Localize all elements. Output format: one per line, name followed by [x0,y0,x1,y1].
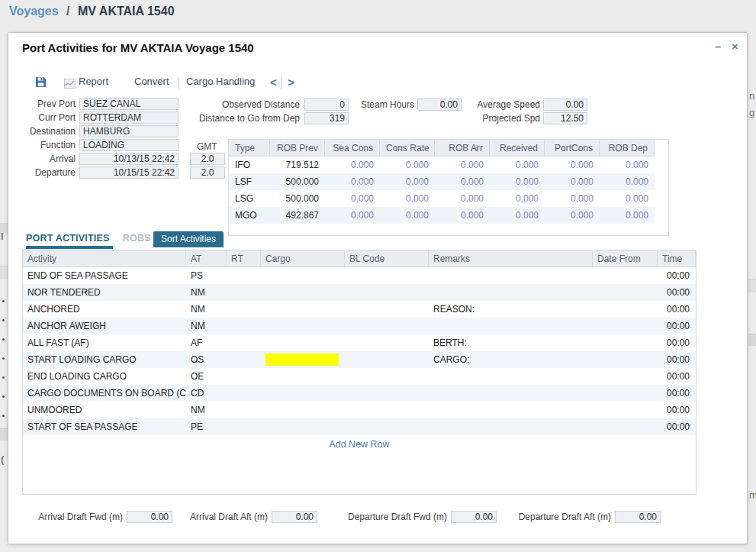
rob-value-cell[interactable]: 0.000 [380,157,435,173]
observed-distance-field[interactable]: 0 [304,98,349,111]
rob-value-cell[interactable]: 0.000 [380,173,435,190]
bl-code-cell[interactable] [345,385,429,402]
rob-value-cell[interactable]: 0.000 [435,190,490,207]
remarks-cell[interactable] [429,385,593,402]
date-from-cell[interactable] [593,301,658,318]
departure-field[interactable]: 10/15/15 22:42 [79,166,179,179]
rt-cell[interactable] [227,318,261,334]
arrival-gmt-field[interactable]: 2.0 [190,153,225,165]
remarks-cell[interactable] [429,267,593,284]
at-cell[interactable]: PE [186,418,227,435]
at-cell[interactable]: NM [186,301,227,318]
rob-value-cell[interactable]: 0.000 [325,173,380,190]
rt-cell[interactable] [227,402,261,418]
draft-value-field[interactable]: 0.00 [272,511,317,523]
rt-cell[interactable] [227,301,261,318]
curr-port-field[interactable]: ROTTERDAM [79,111,179,124]
cargo-handling-button[interactable]: Cargo Handling [186,76,255,87]
date-from-cell[interactable] [593,385,658,402]
next-port-icon[interactable]: > [288,76,294,89]
rob-value-cell[interactable]: 0.000 [325,207,380,224]
rt-cell[interactable] [227,418,261,435]
date-from-cell[interactable] [593,334,658,351]
rt-cell[interactable] [227,334,261,351]
rt-cell[interactable] [227,351,261,368]
draft-value-field[interactable]: 0.00 [127,511,172,523]
remarks-cell[interactable] [429,418,593,435]
at-cell[interactable]: OE [186,368,227,385]
activity-cell[interactable]: START OF SEA PASSAGE [23,418,186,435]
rt-cell[interactable] [227,267,261,284]
activity-cell[interactable]: END OF SEA PASSAGE [23,267,186,284]
remarks-cell[interactable] [429,318,593,334]
bl-code-cell[interactable] [345,351,429,368]
remarks-cell[interactable]: BERTH: [429,334,593,351]
activity-cell[interactable]: ANCHOR AWEIGH [23,318,186,334]
cargo-cell[interactable] [261,301,345,318]
date-from-cell[interactable] [593,351,658,368]
cargo-cell[interactable] [261,267,345,284]
activity-cell[interactable]: START LOADING CARGO [23,351,186,368]
function-field[interactable]: LOADING [79,139,179,151]
rob-value-cell[interactable]: 0.000 [490,190,545,207]
tab-port-activities[interactable]: PORT ACTIVITIES [26,233,113,249]
at-cell[interactable]: OS [186,351,227,368]
time-cell[interactable]: 00:00 [658,351,696,368]
activity-cell[interactable]: ALL FAST (AF) [23,334,186,351]
at-cell[interactable]: NM [186,402,227,418]
close-icon[interactable]: × [732,40,738,52]
bl-code-cell[interactable] [345,284,429,301]
rob-value-cell[interactable]: 0.000 [380,190,435,207]
rob-value-cell[interactable]: 0.000 [490,157,545,173]
departure-gmt-field[interactable]: 2.0 [190,166,225,179]
remarks-cell[interactable] [429,402,593,418]
date-from-cell[interactable] [593,402,658,418]
destination-field[interactable]: HAMBURG [79,125,179,137]
previous-port-icon[interactable]: < [270,76,277,89]
cargo-cell[interactable] [261,334,345,351]
prev-port-field[interactable]: SUEZ CANAL [79,98,179,110]
tab-robs[interactable]: ROBS [123,233,151,244]
rob-value-cell[interactable]: 0.000 [600,173,655,190]
breadcrumb-voyages-link[interactable]: Voyages [9,5,59,18]
at-cell[interactable]: CD [186,385,227,402]
time-cell[interactable]: 00:00 [658,301,696,318]
time-cell[interactable]: 00:00 [658,368,696,385]
remarks-cell[interactable]: CARGO: [429,351,593,368]
rob-value-cell[interactable]: 0.000 [380,207,435,224]
rob-value-cell[interactable]: 0.000 [435,173,490,190]
time-cell[interactable]: 00:00 [658,267,696,284]
bl-code-cell[interactable] [345,334,429,351]
rob-value-cell[interactable]: 0.000 [325,190,380,207]
bl-code-cell[interactable] [345,368,429,385]
cargo-highlight-field[interactable] [265,353,339,366]
at-cell[interactable]: AF [186,334,227,351]
rob-value-cell[interactable]: 0.000 [545,173,600,190]
time-cell[interactable]: 00:00 [658,284,696,301]
date-from-cell[interactable] [593,267,658,284]
time-cell[interactable]: 00:00 [658,418,696,435]
convert-button[interactable]: Convert [134,76,169,87]
rob-prev-cell[interactable]: 500.000 [270,190,325,207]
rob-value-cell[interactable]: 0.000 [325,157,380,173]
rob-value-cell[interactable]: 0.000 [435,157,490,173]
bl-code-cell[interactable] [345,267,429,284]
report-button[interactable]: Report [79,76,108,87]
rob-value-cell[interactable]: 0.000 [600,207,655,224]
activity-cell[interactable]: CARGO DOCUMENTS ON BOARD (CD) [23,385,186,402]
remarks-cell[interactable] [429,368,593,385]
rob-prev-cell[interactable]: 500.000 [270,173,325,190]
rob-value-cell[interactable]: 0.000 [600,157,655,173]
cargo-cell[interactable] [261,385,345,402]
bl-code-cell[interactable] [345,318,429,334]
distance-to-go-field[interactable]: 319 [304,112,349,124]
cargo-cell[interactable] [261,418,345,435]
average-speed-field[interactable]: 0.00 [543,98,587,111]
at-cell[interactable]: PS [186,267,227,284]
add-new-row-link[interactable]: Add New Row [23,439,696,450]
time-cell[interactable]: 00:00 [658,318,696,334]
remarks-cell[interactable]: REASON: [429,301,593,318]
cargo-cell[interactable] [261,284,345,301]
time-cell[interactable]: 00:00 [658,334,696,351]
rob-value-cell[interactable]: 0.000 [545,207,600,224]
